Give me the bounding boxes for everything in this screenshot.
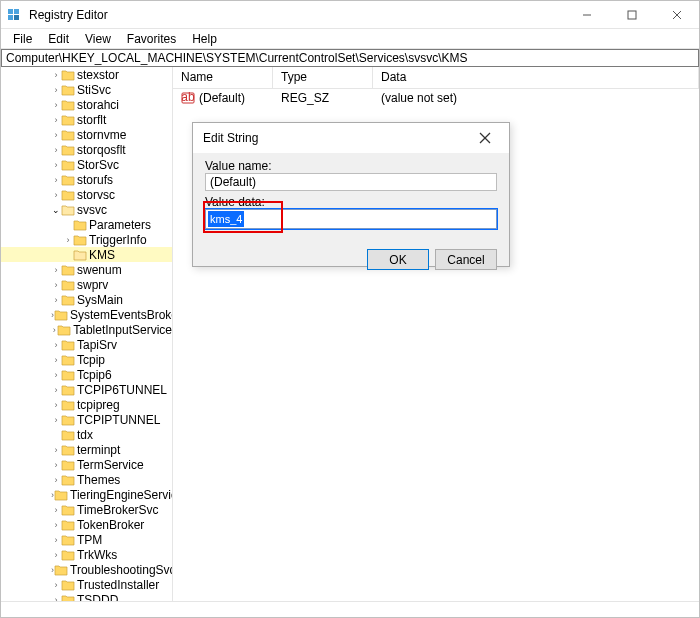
chevron-right-icon[interactable]: › bbox=[51, 400, 61, 410]
folder-icon bbox=[61, 174, 75, 186]
menu-view[interactable]: View bbox=[77, 30, 119, 48]
chevron-right-icon[interactable]: › bbox=[51, 415, 61, 425]
tree-item-label: SystemEventsBroker bbox=[70, 308, 172, 322]
chevron-right-icon[interactable]: › bbox=[51, 385, 61, 395]
chevron-right-icon[interactable]: › bbox=[51, 295, 61, 305]
chevron-right-icon[interactable]: › bbox=[51, 175, 61, 185]
tree-item-termservice[interactable]: ›TermService bbox=[1, 457, 172, 472]
tree-item-tsddd[interactable]: ›TSDDD bbox=[1, 592, 172, 601]
value-name-field[interactable]: (Default) bbox=[205, 173, 497, 191]
tree-item-tcpipreg[interactable]: ›tcpipreg bbox=[1, 397, 172, 412]
col-name[interactable]: Name bbox=[173, 67, 273, 88]
chevron-right-icon[interactable]: › bbox=[51, 505, 61, 515]
folder-icon bbox=[61, 204, 75, 216]
minimize-button[interactable] bbox=[564, 1, 609, 29]
chevron-right-icon[interactable]: › bbox=[51, 70, 61, 80]
tree-item-tokenbroker[interactable]: ›TokenBroker bbox=[1, 517, 172, 532]
tree-item-storflt[interactable]: ›storflt bbox=[1, 112, 172, 127]
menu-edit[interactable]: Edit bbox=[40, 30, 77, 48]
chevron-right-icon[interactable]: › bbox=[51, 265, 61, 275]
tree-item-label: TrkWks bbox=[77, 548, 117, 562]
chevron-right-icon[interactable]: › bbox=[51, 190, 61, 200]
tree-item-tcpip6tunnel[interactable]: ›TCPIP6TUNNEL bbox=[1, 382, 172, 397]
tree-item-stexstor[interactable]: ›stexstor bbox=[1, 67, 172, 82]
tree-item-kms[interactable]: KMS bbox=[1, 247, 172, 262]
tree-item-svsvc[interactable]: ⌄svsvc bbox=[1, 202, 172, 217]
tree-pane: ›stexstor›StiSvc›storahci›storflt›stornv… bbox=[1, 67, 173, 601]
tree-item-timebrokersvc[interactable]: ›TimeBrokerSvc bbox=[1, 502, 172, 517]
svg-rect-1 bbox=[14, 9, 19, 14]
col-type[interactable]: Type bbox=[273, 67, 373, 88]
tree-item-label: storahci bbox=[77, 98, 119, 112]
tree-item-storahci[interactable]: ›storahci bbox=[1, 97, 172, 112]
chevron-down-icon[interactable]: ⌄ bbox=[51, 205, 61, 215]
tree-item-tcpip[interactable]: ›Tcpip bbox=[1, 352, 172, 367]
tree-item-trkwks[interactable]: ›TrkWks bbox=[1, 547, 172, 562]
tree-item-tdx[interactable]: tdx bbox=[1, 427, 172, 442]
chevron-right-icon[interactable]: › bbox=[51, 370, 61, 380]
tree-item-storsvc[interactable]: ›StorSvc bbox=[1, 157, 172, 172]
chevron-right-icon[interactable]: › bbox=[51, 520, 61, 530]
tree-item-stisvc[interactable]: ›StiSvc bbox=[1, 82, 172, 97]
tree-item-systemeventsbroker[interactable]: ›SystemEventsBroker bbox=[1, 307, 172, 322]
tree-item-trustedinstaller[interactable]: ›TrustedInstaller bbox=[1, 577, 172, 592]
tree-item-tabletinputservice[interactable]: ›TabletInputService bbox=[1, 322, 172, 337]
tree-item-triggerinfo[interactable]: ›TriggerInfo bbox=[1, 232, 172, 247]
close-button[interactable] bbox=[654, 1, 699, 29]
list-row[interactable]: ab (Default) REG_SZ (value not set) bbox=[173, 89, 699, 107]
tree-item-tcpiptunnel[interactable]: ›TCPIPTUNNEL bbox=[1, 412, 172, 427]
chevron-right-icon[interactable]: › bbox=[51, 580, 61, 590]
chevron-right-icon[interactable]: › bbox=[51, 595, 61, 602]
tree-item-tpm[interactable]: ›TPM bbox=[1, 532, 172, 547]
menu-help[interactable]: Help bbox=[184, 30, 225, 48]
folder-icon bbox=[61, 189, 75, 201]
tree-item-troubleshootingsvc[interactable]: ›TroubleshootingSvc bbox=[1, 562, 172, 577]
tree-item-sysmain[interactable]: ›SysMain bbox=[1, 292, 172, 307]
address-bar[interactable]: Computer\HKEY_LOCAL_MACHINE\SYSTEM\Curre… bbox=[1, 49, 699, 67]
tree-item-stornvme[interactable]: ›stornvme bbox=[1, 127, 172, 142]
tree-item-tieringengineservice[interactable]: ›TieringEngineService bbox=[1, 487, 172, 502]
chevron-right-icon[interactable]: › bbox=[51, 340, 61, 350]
chevron-right-icon[interactable]: › bbox=[51, 280, 61, 290]
folder-icon bbox=[73, 219, 87, 231]
tree-item-storqosflt[interactable]: ›storqosflt bbox=[1, 142, 172, 157]
menu-file[interactable]: File bbox=[5, 30, 40, 48]
tree-item-swenum[interactable]: ›swenum bbox=[1, 262, 172, 277]
folder-icon bbox=[57, 324, 71, 336]
ok-button[interactable]: OK bbox=[367, 249, 429, 270]
value-data-field[interactable] bbox=[205, 209, 497, 229]
cancel-button[interactable]: Cancel bbox=[435, 249, 497, 270]
tree-item-storufs[interactable]: ›storufs bbox=[1, 172, 172, 187]
tree-item-label: swenum bbox=[77, 263, 122, 277]
chevron-right-icon[interactable]: › bbox=[51, 535, 61, 545]
tree-item-label: Tcpip bbox=[77, 353, 105, 367]
chevron-right-icon[interactable]: › bbox=[51, 355, 61, 365]
chevron-right-icon[interactable]: › bbox=[51, 100, 61, 110]
tree-item-swprv[interactable]: ›swprv bbox=[1, 277, 172, 292]
col-data[interactable]: Data bbox=[373, 67, 699, 88]
tree-item-tcpip6[interactable]: ›Tcpip6 bbox=[1, 367, 172, 382]
chevron-right-icon[interactable]: › bbox=[51, 550, 61, 560]
chevron-right-icon[interactable]: › bbox=[63, 235, 73, 245]
tree-item-label: StiSvc bbox=[77, 83, 111, 97]
maximize-button[interactable] bbox=[609, 1, 654, 29]
chevron-right-icon[interactable]: › bbox=[51, 85, 61, 95]
chevron-right-icon[interactable]: › bbox=[51, 115, 61, 125]
registry-tree[interactable]: ›stexstor›StiSvc›storahci›storflt›stornv… bbox=[1, 67, 172, 601]
chevron-right-icon[interactable]: › bbox=[51, 145, 61, 155]
chevron-right-icon[interactable]: › bbox=[51, 130, 61, 140]
menu-favorites[interactable]: Favorites bbox=[119, 30, 184, 48]
chevron-right-icon[interactable]: › bbox=[51, 160, 61, 170]
chevron-right-icon[interactable]: › bbox=[51, 445, 61, 455]
tree-item-storvsc[interactable]: ›storvsc bbox=[1, 187, 172, 202]
tree-item-label: TroubleshootingSvc bbox=[70, 563, 172, 577]
chevron-right-icon[interactable]: › bbox=[51, 475, 61, 485]
tree-item-themes[interactable]: ›Themes bbox=[1, 472, 172, 487]
tree-item-tapisrv[interactable]: ›TapiSrv bbox=[1, 337, 172, 352]
tree-item-label: TSDDD bbox=[77, 593, 118, 602]
chevron-right-icon[interactable]: › bbox=[51, 460, 61, 470]
dialog-close-button[interactable] bbox=[471, 124, 499, 152]
tree-item-parameters[interactable]: Parameters bbox=[1, 217, 172, 232]
tree-item-terminpt[interactable]: ›terminpt bbox=[1, 442, 172, 457]
statusbar bbox=[1, 601, 699, 618]
